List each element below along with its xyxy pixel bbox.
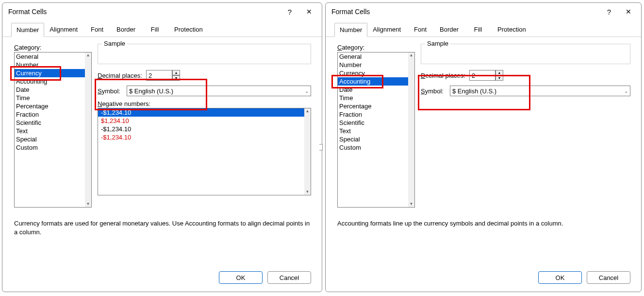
category-scrollbar[interactable]: ▲ ▼: [408, 52, 414, 207]
tab-strip: Number Alignment Font Border Fill Protec…: [2, 22, 322, 37]
decimal-places-label: Decimal places:: [98, 72, 146, 79]
titlebar: Format Cells ? ✕: [326, 3, 641, 20]
scroll-down-icon[interactable]: ▼: [86, 202, 90, 206]
tab-alignment[interactable]: Alignment: [367, 22, 406, 36]
button-row: OK Cancel: [2, 271, 322, 292]
category-item-number[interactable]: Number: [338, 61, 408, 69]
tab-fill[interactable]: Fill: [141, 22, 169, 36]
decimal-places-stepper[interactable]: ▲ ▼: [469, 70, 503, 81]
dialog-body: Category: General Number Currency Accoun…: [326, 37, 641, 271]
ok-button[interactable]: OK: [219, 271, 263, 284]
help-icon[interactable]: ?: [599, 8, 619, 16]
decimal-places-input[interactable]: [146, 70, 172, 81]
category-list[interactable]: General Number Currency Accounting Date …: [14, 52, 92, 208]
category-item-accounting[interactable]: Accounting: [15, 77, 85, 86]
button-row: OK Cancel: [326, 271, 641, 292]
symbol-select[interactable]: $ English (U.S.) ⌄: [450, 86, 630, 96]
symbol-label: Symbol:: [98, 87, 127, 95]
category-item-date[interactable]: Date: [338, 86, 408, 94]
scroll-down-icon[interactable]: ▼: [410, 202, 413, 206]
dialog-title: Format Cells: [8, 8, 280, 16]
decimal-places-label: Decimal places:: [421, 72, 469, 79]
dialog-body: Category: General Number Currency Accoun…: [2, 37, 322, 271]
category-item-special[interactable]: Special: [338, 135, 408, 143]
titlebar: Format Cells ? ✕: [2, 3, 322, 20]
sample-box: Sample: [421, 44, 630, 64]
spin-up-icon[interactable]: ▲: [495, 70, 503, 75]
neg-item-3[interactable]: -$1,234.10: [98, 133, 304, 141]
tab-protection[interactable]: Protection: [169, 22, 208, 36]
format-cells-dialog-right: Format Cells ? ✕ Number Alignment Font B…: [325, 2, 642, 292]
help-icon[interactable]: ?: [280, 8, 299, 16]
category-label: Category:: [337, 44, 415, 51]
spin-down-icon[interactable]: ▼: [172, 75, 180, 81]
category-item-fraction[interactable]: Fraction: [338, 110, 408, 119]
category-label: Category:: [14, 44, 92, 51]
category-scrollbar[interactable]: ▲ ▼: [85, 52, 91, 207]
chevron-down-icon: ⌄: [624, 88, 628, 94]
tab-border[interactable]: Border: [434, 22, 464, 36]
neg-item-1[interactable]: $1,234.10: [98, 117, 304, 125]
close-icon[interactable]: ✕: [619, 8, 638, 16]
tab-font[interactable]: Font: [406, 22, 434, 36]
category-item-number[interactable]: Number: [15, 61, 85, 69]
category-item-special[interactable]: Special: [15, 135, 85, 143]
tab-number[interactable]: Number: [11, 23, 44, 37]
category-item-scientific[interactable]: Scientific: [15, 119, 85, 127]
category-item-currency[interactable]: Currency: [15, 69, 85, 77]
negative-numbers-list[interactable]: -$1,234.10 $1,234.10 -$1,234.10 -$1,234.…: [98, 108, 311, 195]
chevron-down-icon: ⌄: [305, 88, 309, 94]
category-list[interactable]: General Number Currency Accounting Date …: [337, 52, 415, 208]
description-text: Currency formats are used for general mo…: [14, 219, 311, 236]
tab-fill[interactable]: Fill: [464, 22, 492, 36]
tab-font[interactable]: Font: [83, 22, 111, 36]
category-item-date[interactable]: Date: [15, 86, 85, 94]
scroll-up-icon[interactable]: ▲: [86, 53, 90, 57]
ok-button[interactable]: OK: [538, 271, 582, 284]
cancel-button[interactable]: Cancel: [587, 271, 630, 284]
decimal-places-input[interactable]: [469, 70, 495, 81]
symbol-value: $ English (U.S.): [452, 87, 496, 95]
tab-number[interactable]: Number: [334, 23, 367, 37]
scroll-up-icon[interactable]: ▲: [410, 53, 413, 57]
category-item-fraction[interactable]: Fraction: [15, 110, 85, 119]
tab-protection[interactable]: Protection: [492, 22, 531, 36]
sample-label: Sample: [102, 40, 127, 47]
category-item-time[interactable]: Time: [338, 94, 408, 102]
neg-item-0[interactable]: -$1,234.10: [98, 108, 304, 117]
category-item-general[interactable]: General: [338, 52, 408, 61]
category-item-custom[interactable]: Custom: [15, 143, 85, 152]
tab-border[interactable]: Border: [111, 22, 141, 36]
dialog-edge-notch: [319, 144, 323, 151]
cancel-button[interactable]: Cancel: [267, 271, 311, 284]
neg-item-2[interactable]: -$1,234.10: [98, 125, 304, 133]
negative-numbers-label: Negative numbers:: [98, 100, 311, 107]
spin-up-icon[interactable]: ▲: [172, 70, 180, 75]
close-icon[interactable]: ✕: [299, 8, 319, 16]
format-cells-dialog-left: Format Cells ? ✕ Number Alignment Font B…: [2, 2, 322, 292]
category-item-accounting[interactable]: Accounting: [338, 77, 408, 86]
category-item-time[interactable]: Time: [15, 94, 85, 102]
category-item-text[interactable]: Text: [338, 127, 408, 135]
category-item-text[interactable]: Text: [15, 127, 85, 135]
spin-down-icon[interactable]: ▼: [495, 75, 503, 81]
category-item-custom[interactable]: Custom: [338, 143, 408, 152]
symbol-value: $ English (U.S.): [129, 87, 173, 95]
category-item-currency[interactable]: Currency: [338, 69, 408, 77]
category-item-percentage[interactable]: Percentage: [338, 102, 408, 110]
sample-box: Sample: [98, 44, 311, 64]
tab-alignment[interactable]: Alignment: [44, 22, 83, 36]
symbol-select[interactable]: $ English (U.S.) ⌄: [127, 86, 311, 96]
sample-label: Sample: [425, 40, 450, 47]
decimal-places-stepper[interactable]: ▲ ▼: [146, 70, 180, 81]
description-text: Accounting formats line up the currency …: [337, 219, 630, 228]
category-item-percentage[interactable]: Percentage: [15, 102, 85, 110]
neg-scrollbar[interactable]: ▲ ▼: [304, 108, 311, 195]
tab-strip: Number Alignment Font Border Fill Protec…: [326, 22, 641, 37]
scroll-up-icon[interactable]: ▲: [306, 109, 310, 113]
dialog-title: Format Cells: [331, 8, 599, 16]
symbol-label: Symbol:: [421, 87, 450, 95]
scroll-down-icon[interactable]: ▼: [306, 190, 310, 194]
category-item-scientific[interactable]: Scientific: [338, 119, 408, 127]
category-item-general[interactable]: General: [15, 52, 85, 61]
